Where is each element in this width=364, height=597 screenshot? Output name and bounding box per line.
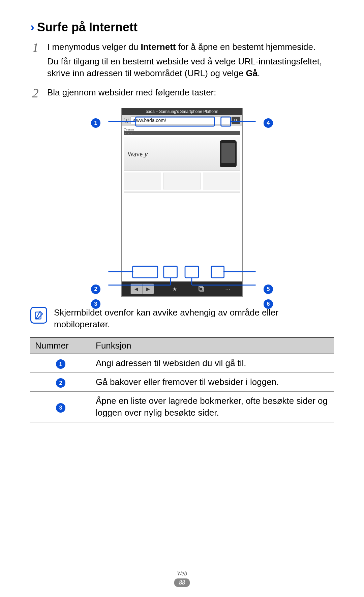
- row-function: Åpne en liste over lagrede bokmerker, of…: [91, 391, 334, 422]
- callout-1: 1: [91, 118, 100, 128]
- nav-buttons[interactable]: ◀ ▶: [130, 283, 154, 294]
- footer-section: Web: [0, 570, 364, 577]
- browser-toolbar: ◀ ▶ ★ ⋯: [122, 281, 242, 296]
- web-content: ◯ bada ▪▪▪ Wave y: [122, 126, 242, 281]
- hero-banner: Wave y: [124, 137, 240, 171]
- url-input[interactable]: www.bada.com/: [130, 116, 230, 124]
- function-table: Nummer Funksjon 1 Angi adressen til webs…: [30, 337, 334, 422]
- note-block: Skjermbildet ovenfor kan avvike avhengig…: [30, 307, 334, 330]
- text: .: [257, 68, 260, 78]
- text: Bla gjennom websider med følgende taster…: [47, 87, 334, 98]
- row-function: Angi adressen til websiden du vil gå til…: [91, 354, 334, 372]
- heading-text: Surfe på Internett: [37, 20, 138, 34]
- page-number: 88: [174, 578, 190, 587]
- step-number: 1: [30, 41, 40, 82]
- text: I menymodus velger du: [47, 42, 141, 52]
- row-number: 2: [56, 378, 65, 388]
- step-body: I menymodus velger du Internett for å åp…: [47, 41, 334, 82]
- text: Du får tilgang til en bestemt webside ve…: [47, 56, 322, 78]
- section-heading: › Surfe på Internett: [30, 20, 334, 34]
- step-body: Bla gjennom websider med følgende taster…: [47, 87, 334, 101]
- table-header-function: Funksjon: [91, 337, 334, 354]
- text: for å åpne en bestemt hjemmeside.: [176, 42, 315, 52]
- browser-title: bada – Samsung's Smartphone Platform: [122, 108, 242, 115]
- note-icon: [30, 307, 47, 324]
- refresh-button[interactable]: ⟳: [232, 117, 240, 124]
- step-2: 2 Bla gjennom websider med følgende tast…: [30, 87, 334, 101]
- row-function: Gå bakover eller fremover til websider i…: [91, 372, 334, 391]
- bookmark-button[interactable]: ★: [169, 284, 181, 294]
- more-button[interactable]: ⋯: [222, 284, 234, 294]
- back-button[interactable]: ◀: [131, 284, 142, 294]
- bold-text: Internett: [141, 42, 176, 52]
- row-number: 1: [56, 359, 65, 369]
- step-1: 1 I menymodus velger du Internett for å …: [30, 41, 334, 82]
- table-row: 3 Åpne en liste over lagrede bokmerker, …: [30, 391, 334, 422]
- windows-button[interactable]: [195, 284, 207, 294]
- browser-screenshot: 1 4 2 5 3 6 bada – Samsung's Smartphone …: [91, 108, 273, 297]
- svg-rect-14: [199, 287, 203, 290]
- svg-rect-15: [200, 288, 204, 291]
- globe-icon: [124, 118, 129, 123]
- table-header-number: Nummer: [30, 337, 91, 354]
- phone-screen: bada – Samsung's Smartphone Platform www…: [121, 108, 243, 297]
- callout-2: 2: [91, 285, 100, 294]
- chevron-right-icon: ›: [30, 20, 34, 34]
- page-footer: Web 88: [0, 570, 364, 587]
- url-bar: www.bada.com/ ⟳: [122, 115, 242, 126]
- callout-5: 5: [264, 285, 273, 294]
- phone-image: [220, 140, 237, 167]
- row-number: 3: [56, 403, 65, 413]
- windows-icon: [198, 286, 205, 292]
- site-logo: ◯ bada: [124, 128, 134, 131]
- site-tabs: ▪▪▪: [124, 131, 240, 135]
- table-row: 1 Angi adressen til websiden du vil gå t…: [30, 354, 334, 372]
- table-row: 2 Gå bakover eller fremover til websider…: [30, 372, 334, 391]
- bold-text: Gå: [246, 68, 258, 78]
- forward-button[interactable]: ▶: [142, 284, 154, 294]
- note-text: Skjermbildet ovenfor kan avvike avhengig…: [54, 307, 334, 330]
- callout-4: 4: [264, 118, 273, 128]
- step-number: 2: [30, 87, 40, 101]
